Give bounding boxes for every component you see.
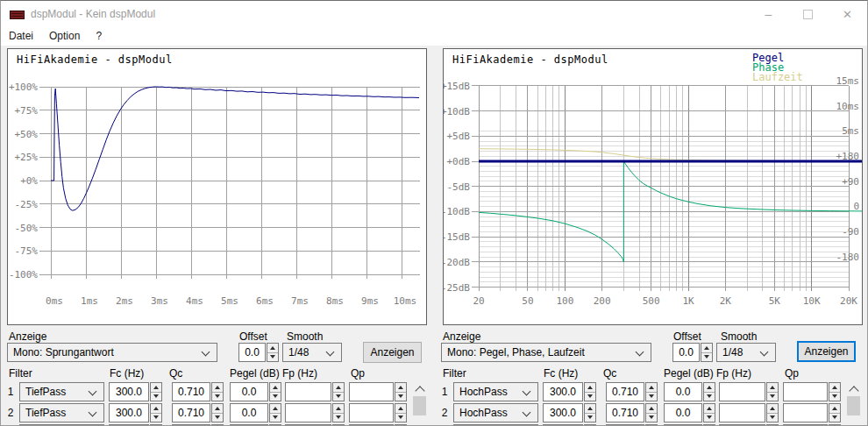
svg-text:0ms: 0ms [46,295,63,307]
chevron-down-icon [202,348,210,357]
spin-down-button[interactable] [270,413,281,422]
spin-down-button[interactable] [212,413,223,422]
chart-title-left: HiFiAkademie - dspModul [17,53,173,66]
fc-input[interactable]: 300.0 [109,382,149,401]
offset-input[interactable]: 0.0 [238,343,266,362]
spin-down-icon [832,394,837,398]
pegel-header: Pegel (dB) [664,367,714,380]
display-mode-value: Mono: Sprungantwort [13,346,114,359]
qp-input[interactable] [349,382,394,401]
spin-down-button[interactable] [333,413,344,422]
pegel-input[interactable]: 0.0 [664,403,702,422]
filter-type-select[interactable]: TiefPass [19,403,104,422]
filter-row: 2TiefPass300.00.7100.0 [0,403,412,422]
display-mode-select[interactable]: Mono: Pegel, Phase, Laufzeit [441,343,651,362]
svg-text:8ms: 8ms [326,295,344,307]
spin-down-button[interactable] [395,392,406,401]
fc-input[interactable]: 300.0 [543,403,583,422]
filter-type-select[interactable]: HochPass [453,403,538,422]
filter-row: 1TiefPass300.00.7100.0 [0,382,412,401]
fp-input[interactable] [285,403,331,422]
offset-input[interactable]: 0.0 [672,343,700,362]
spin-down-icon [215,394,220,398]
chevron-up-icon [415,386,424,395]
filter-scrollbar[interactable] [846,382,861,426]
spin-down-button[interactable] [829,413,840,422]
spin-up-icon [153,386,159,389]
qp-input[interactable] [783,382,828,401]
spin-down-button[interactable] [270,392,281,401]
spin-down-button[interactable] [646,413,657,422]
menu-item-option[interactable]: Option [41,27,88,46]
spin-down-icon [649,394,654,398]
spin-down-button[interactable] [333,392,344,401]
spin-down-button[interactable] [767,392,778,401]
qc-input[interactable]: 0.710 [172,403,210,422]
pegel-input[interactable]: 0.0 [664,382,702,401]
spin-down-button[interactable] [212,392,223,401]
menu-item-datei[interactable]: Datei [1,27,41,46]
fc-input[interactable]: 300.0 [109,403,149,422]
fp-input[interactable] [285,382,331,401]
anzeigen-button[interactable]: Anzeigen [363,342,422,363]
minimize-button[interactable]: – [749,1,788,27]
spin-down-button[interactable] [704,413,715,422]
spin-down-button[interactable] [767,413,778,422]
maximize-button[interactable] [788,1,828,27]
filter-scrollbar[interactable] [412,382,427,426]
smooth-select[interactable]: 1/48 [282,343,342,362]
spin-up-icon [336,386,341,389]
qp-header: Qp [785,367,799,380]
svg-text:5ms: 5ms [221,295,238,307]
chevron-up-icon [849,386,858,395]
spin-down-button[interactable] [585,413,595,422]
spin-up-icon [770,407,775,410]
spin-up-icon [398,407,403,410]
fc-spinner: 300.0 [109,382,162,401]
anzeigen-button[interactable]: Anzeigen [797,341,856,362]
svg-text:-75%: -75% [15,245,39,257]
spin-down-button[interactable] [701,352,712,361]
filter-type-select[interactable]: HochPass [453,382,538,401]
close-button[interactable]: ✕ [828,1,867,27]
spin-down-button[interactable] [646,392,657,401]
svg-text:+0%: +0% [20,175,38,187]
spin-down-button[interactable] [395,413,406,422]
pegel-input[interactable]: 0.0 [230,382,268,401]
smooth-select[interactable]: 1/48 [716,343,776,362]
fc-input[interactable]: 300.0 [543,382,583,401]
fc-header: Fc (Hz) [544,367,578,380]
qc-input[interactable]: 0.710 [172,382,210,401]
scrollbar-thumb[interactable] [413,396,426,415]
spin-down-button[interactable] [151,413,161,422]
qc-input[interactable]: 0.710 [606,403,644,422]
display-mode-select[interactable]: Mono: Sprungantwort [7,343,217,362]
menu-bar: Datei Option ? [1,27,867,46]
scrollbar-up-button[interactable] [412,382,427,396]
qp-spinner [349,403,407,422]
filter-type-select[interactable]: TiefPass [19,382,104,401]
spin-up-icon [832,386,837,389]
spin-down-icon [707,415,712,419]
qp-input[interactable] [783,403,828,422]
pegel-input[interactable]: 0.0 [230,403,268,422]
spin-up-icon [336,407,341,410]
fp-header: Fp (Hz) [716,367,751,380]
spin-down-button[interactable] [829,392,840,401]
spin-down-icon [336,394,341,398]
qc-spinner: 0.710 [606,382,658,401]
qc-input[interactable]: 0.710 [606,382,644,401]
anzeige-label: Anzeige [443,330,480,343]
qp-input[interactable] [349,403,394,422]
menu-item-help[interactable]: ? [88,27,110,46]
spin-down-button[interactable] [704,392,715,401]
chevron-down-icon [89,408,97,417]
spin-down-button[interactable] [151,392,161,401]
fp-input[interactable] [719,382,765,401]
chevron-down-icon [89,387,97,396]
spin-down-button[interactable] [585,392,595,401]
scrollbar-up-button[interactable] [846,382,861,396]
scrollbar-thumb[interactable] [847,396,860,415]
spin-down-button[interactable] [267,352,278,361]
fp-input[interactable] [719,403,765,422]
